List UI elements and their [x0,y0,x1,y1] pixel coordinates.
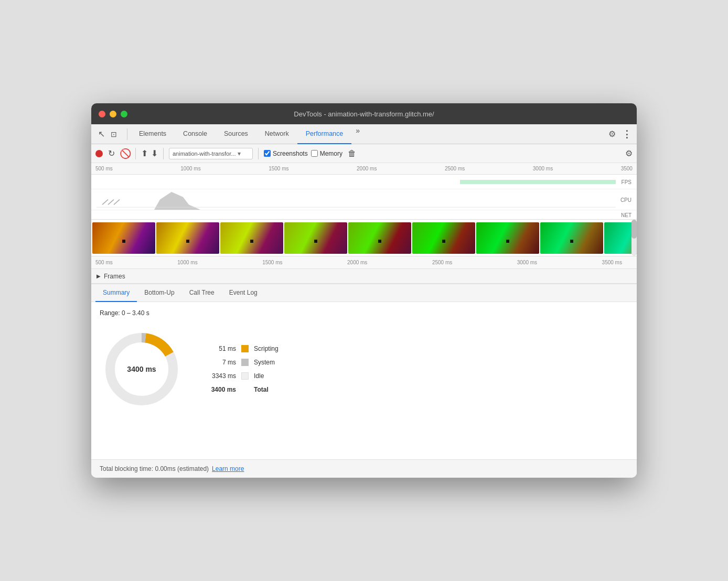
legend-system: 7 ms System [205,359,279,366]
screenshots-input[interactable] [264,150,271,157]
net-row: NET [91,210,637,220]
screenshots-checkbox[interactable]: Screenshots [264,150,308,157]
system-color-swatch [241,359,249,366]
donut-chart: 3400 ms [100,327,184,411]
legend-scripting: 51 ms Scripting [205,345,279,352]
scripting-label: Scripting [254,345,279,352]
frames-row[interactable]: ▶ Frames [91,269,637,284]
tab-console[interactable]: Console [175,124,216,144]
devtools-window: DevTools - animation-with-transform.glit… [91,103,637,478]
tab-sources[interactable]: Sources [216,124,256,144]
more-tabs-button[interactable]: » [351,124,364,137]
tab-bottom-up[interactable]: Bottom-Up [137,284,181,302]
summary-content: 3400 ms 51 ms Scripting 7 ms System 3343… [100,327,628,411]
screenshot-thumb[interactable] [348,222,411,254]
memory-label: Memory [320,150,342,157]
frames-label: Frames [104,273,125,280]
more-options-icon[interactable]: ⋮ [621,128,633,140]
svg-line-2 [102,200,108,205]
close-button[interactable] [99,111,105,117]
learn-more-link[interactable]: Learn more [212,465,244,472]
url-text: animation-with-transfor... [173,150,235,157]
clear-button[interactable]: 🚫 [120,148,130,159]
main-tabs: ↖ ⊡ Elements Console Sources Network Per… [91,124,637,144]
fps-label: FPS [622,179,631,185]
upload-button[interactable]: ⬆ [141,148,148,158]
idle-value: 3343 ms [205,372,236,380]
bottom-bar: Total blocking time: 0.00ms (estimated) … [91,459,637,478]
total-value: 3400 ms [205,386,236,393]
range-text: Range: 0 – 3.40 s [100,309,628,317]
time-ruler-top: 500 ms 1000 ms 1500 ms 2000 ms 2500 ms 3… [91,163,637,175]
tab-elements[interactable]: Elements [131,124,175,144]
screenshot-thumb[interactable] [476,222,539,254]
performance-toolbar: ↻ 🚫 ⬆ ⬇ animation-with-transfor... ▾ Scr… [91,144,637,163]
legend: 51 ms Scripting 7 ms System 3343 ms Idle… [205,345,279,393]
cpu-label: CPU [620,197,631,202]
cpu-row: CPU [91,189,637,210]
timeline-area: 500 ms 1000 ms 1500 ms 2000 ms 2500 ms 3… [91,163,637,284]
traffic-lights [99,111,127,117]
scripting-value: 51 ms [205,345,236,352]
legend-total: 3400 ms Total [205,386,279,393]
memory-checkbox[interactable]: Memory [311,150,342,157]
system-value: 7 ms [205,359,236,366]
screenshot-thumb[interactable] [156,222,219,254]
fps-row: FPS [91,175,637,189]
cursor-icon[interactable]: ↖ [95,128,107,140]
screenshots-strip [91,220,637,256]
reload-button[interactable]: ↻ [106,148,116,158]
device-icon[interactable]: ⊡ [108,128,120,140]
legend-idle: 3343 ms Idle [205,372,279,380]
screenshot-thumb[interactable] [540,222,603,254]
delete-button[interactable]: 🗑 [348,149,356,158]
window-title: DevTools - animation-with-transform.glit… [294,110,434,118]
screenshot-thumb[interactable] [284,222,347,254]
minimize-button[interactable] [110,111,116,117]
tab-summary[interactable]: Summary [95,284,137,302]
idle-label: Idle [254,372,264,380]
tab-event-log[interactable]: Event Log [222,284,265,302]
total-label: Total [254,386,269,393]
scripting-color-swatch [241,345,249,352]
titlebar: DevTools - animation-with-transform.glit… [91,103,637,124]
donut-total-label: 3400 ms [127,365,156,373]
time-ruler-bottom: 500 ms 1000 ms 1500 ms 2000 ms 2500 ms 3… [91,256,637,269]
bottom-tabs: Summary Bottom-Up Call Tree Event Log [91,284,637,302]
blocking-time-text: Total blocking time: 0.00ms (estimated) [100,465,209,472]
perf-settings-icon[interactable]: ⚙ [625,148,633,158]
tab-performance[interactable]: Performance [297,124,352,144]
tab-network[interactable]: Network [256,124,297,144]
frames-arrow-icon: ▶ [97,273,101,279]
maximize-button[interactable] [121,111,127,117]
screenshot-thumb[interactable] [220,222,283,254]
memory-input[interactable] [311,150,318,157]
record-button[interactable] [95,150,103,157]
download-button[interactable]: ⬇ [151,148,158,158]
summary-panel: Range: 0 – 3.40 s 3400 ms 51 ms [91,302,637,459]
settings-icon[interactable]: ⚙ [606,128,618,140]
system-label: System [254,359,275,366]
screenshots-label: Screenshots [273,150,308,157]
svg-line-3 [108,200,114,205]
url-filter[interactable]: animation-with-transfor... ▾ [169,148,253,159]
svg-line-4 [114,200,120,205]
tab-call-tree[interactable]: Call Tree [182,284,222,302]
total-color-swatch [241,386,249,393]
idle-color-swatch [241,372,249,380]
url-dropdown-icon[interactable]: ▾ [238,150,241,157]
screenshot-thumb[interactable] [92,222,155,254]
screenshot-thumb[interactable] [412,222,475,254]
net-label: NET [621,212,631,218]
